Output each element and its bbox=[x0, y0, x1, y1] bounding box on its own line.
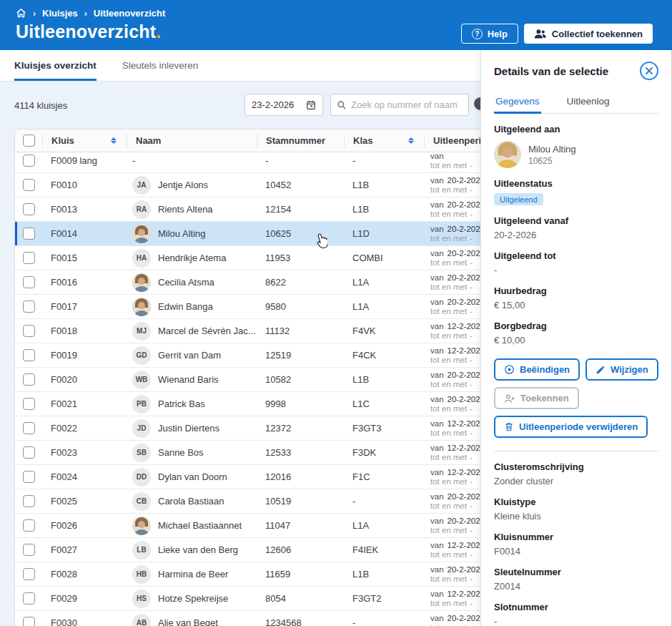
column-header-klas[interactable]: Klas bbox=[344, 134, 424, 148]
tab-sleutels-inleveren[interactable]: Sleutels inleveren bbox=[122, 50, 199, 81]
panel-tab-uitleenlog[interactable]: Uitleenlog bbox=[565, 93, 611, 113]
student-name: Milou Alting bbox=[158, 228, 205, 239]
cell-klas: L1D bbox=[344, 228, 424, 239]
cell-klas: L1A bbox=[344, 277, 424, 288]
row-checkbox[interactable] bbox=[23, 398, 35, 410]
cell-stamnummer: - bbox=[257, 155, 344, 166]
row-checkbox[interactable] bbox=[23, 276, 35, 288]
cell-klas: F4VK bbox=[344, 326, 424, 336]
select-all-checkbox[interactable] bbox=[23, 135, 35, 147]
cell-naam: DDDylan van Doorn bbox=[127, 468, 257, 486]
row-checkbox[interactable] bbox=[23, 373, 35, 386]
cell-kluis: F0009 lang bbox=[42, 155, 127, 166]
row-checkbox[interactable] bbox=[23, 422, 35, 434]
column-header-naam[interactable]: Naam bbox=[127, 134, 257, 148]
cell-kluis: F0014 bbox=[42, 228, 127, 239]
cell-klas: - bbox=[344, 617, 424, 626]
row-checkbox[interactable] bbox=[23, 446, 35, 459]
cell-kluis: F0018 bbox=[42, 326, 127, 336]
avatar-initials: RA bbox=[132, 200, 151, 219]
avatar-initials: AB bbox=[132, 614, 151, 626]
panel-tab-gegevens[interactable]: Gegevens bbox=[494, 93, 541, 113]
cell-stamnummer: 12372 bbox=[257, 423, 344, 434]
search-input[interactable] bbox=[351, 99, 463, 110]
field-kluistype: Kluistype Kleine kluis bbox=[494, 497, 658, 522]
edit-button[interactable]: Wijzigen bbox=[585, 358, 658, 381]
cell-klas: L1A bbox=[344, 301, 424, 312]
cell-stamnummer: 12154 bbox=[257, 204, 344, 215]
row-checkbox[interactable] bbox=[23, 471, 35, 483]
row-checkbox[interactable] bbox=[23, 179, 35, 191]
row-checkbox[interactable] bbox=[23, 228, 35, 240]
sort-icon[interactable] bbox=[111, 137, 117, 144]
avatar-initials: PB bbox=[132, 395, 151, 414]
home-icon[interactable] bbox=[16, 8, 26, 19]
calendar-icon bbox=[306, 99, 316, 110]
row-checkbox[interactable] bbox=[23, 519, 35, 532]
avatar bbox=[494, 141, 521, 168]
cell-kluis: F0019 bbox=[42, 350, 127, 361]
cell-stamnummer: 12533 bbox=[257, 447, 344, 458]
field-slotnummer: Slotnummer - bbox=[494, 602, 658, 626]
row-checkbox[interactable] bbox=[23, 495, 35, 507]
row-checkbox[interactable] bbox=[23, 349, 35, 361]
avatar-initials: SB bbox=[132, 444, 151, 462]
row-checkbox[interactable] bbox=[23, 568, 35, 580]
row-checkbox[interactable] bbox=[23, 252, 35, 264]
title-accent-dot: . bbox=[156, 21, 161, 41]
cell-stamnummer: 10625 bbox=[257, 228, 344, 239]
help-button[interactable]: ? Help bbox=[461, 24, 518, 44]
row-checkbox[interactable] bbox=[23, 617, 35, 626]
delete-loan-period-button[interactable]: Uitleenperiode verwijderen bbox=[494, 416, 648, 438]
breadcrumb-link-kluisjes[interactable]: Kluisjes bbox=[42, 8, 78, 19]
avatar-initials: JD bbox=[132, 419, 151, 438]
cell-naam: RARients Altena bbox=[127, 200, 257, 219]
cell-naam: Cecilia Atsma bbox=[127, 273, 257, 292]
cell-naam: MJMarcel de Sévrèn Jac... bbox=[127, 322, 257, 341]
cell-klas: COMBI bbox=[344, 253, 424, 263]
student-name: Cecilia Atsma bbox=[158, 277, 214, 288]
sort-icon[interactable] bbox=[408, 137, 414, 144]
assign-button: Toekennen bbox=[494, 387, 579, 409]
panel-divider bbox=[494, 451, 658, 451]
row-checkbox[interactable] bbox=[23, 544, 35, 556]
row-checkbox[interactable] bbox=[23, 155, 35, 167]
status-badge: Uitgeleend bbox=[494, 193, 543, 205]
row-checkbox[interactable] bbox=[23, 325, 35, 337]
student-name: Jentje Alons bbox=[158, 180, 208, 190]
close-icon[interactable] bbox=[640, 62, 658, 80]
avatar-initials: LB bbox=[132, 541, 151, 559]
date-value: 23-2-2026 bbox=[252, 99, 294, 110]
cell-stamnummer: 11953 bbox=[257, 253, 344, 263]
cell-klas: F3GT3 bbox=[344, 423, 424, 434]
breadcrumb: › Kluisjes › Uitleenoverzicht bbox=[0, 0, 672, 19]
cell-naam: PBPatrick Bas bbox=[127, 395, 257, 414]
cell-stamnummer: 10582 bbox=[257, 374, 344, 385]
field-sleutelnummer: Sleutelnummer Z0014 bbox=[494, 567, 658, 592]
avatar-initials: HS bbox=[132, 590, 151, 608]
borrower-name: Milou Alting bbox=[528, 144, 575, 155]
cell-klas: L1B bbox=[344, 180, 424, 190]
student-name: Marcel de Sévrèn Jac... bbox=[158, 326, 256, 336]
avatar-initials: MJ bbox=[132, 322, 151, 341]
column-header-stamnummer[interactable]: Stamnummer bbox=[257, 134, 344, 148]
cell-naam: WBWienand Baris bbox=[127, 371, 257, 389]
end-loan-button[interactable]: Beëindigen bbox=[494, 358, 580, 381]
row-checkbox[interactable] bbox=[23, 592, 35, 605]
avatar-initials: JA bbox=[132, 176, 151, 195]
cell-naam: LBLieke van den Berg bbox=[127, 541, 257, 559]
student-name: Alie van Beget bbox=[158, 617, 218, 626]
row-checkbox[interactable] bbox=[23, 300, 35, 313]
tab-kluisjes-overzicht[interactable]: Kluisjes overzicht bbox=[14, 50, 97, 81]
date-picker[interactable]: 23-2-2026 bbox=[244, 94, 323, 116]
cell-stamnummer: 8622 bbox=[257, 277, 344, 288]
row-checkbox[interactable] bbox=[23, 203, 35, 215]
cell-stamnummer: 10519 bbox=[257, 496, 344, 507]
cell-stamnummer: 9998 bbox=[257, 398, 344, 409]
avatar-photo bbox=[132, 517, 151, 535]
collective-assign-button[interactable]: Collectief toekennen bbox=[524, 24, 653, 44]
column-header-kluis[interactable]: Kluis bbox=[42, 134, 127, 148]
field-clusteromschrijving: Clusteromschrijving Zonder cluster bbox=[494, 461, 658, 486]
cell-kluis: F0017 bbox=[42, 301, 127, 312]
field-uitgeleend-aan: Uitgeleend aan Milou Alting 10625 bbox=[494, 124, 658, 168]
